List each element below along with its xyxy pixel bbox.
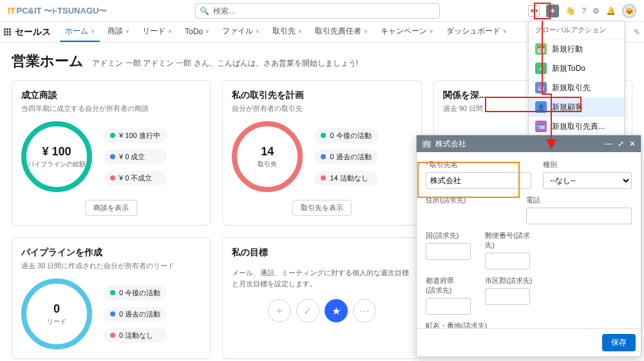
- expand-icon[interactable]: ⤢: [618, 139, 624, 148]
- save-button[interactable]: 保存: [602, 334, 636, 351]
- pill: ¥ 0 成立: [104, 150, 167, 164]
- tab-home[interactable]: ホーム∨: [60, 22, 100, 42]
- brand-it: IT: [8, 6, 15, 15]
- header-actions: ★▾ ＋ 👋 ? ⚙ 🔔 🐱: [528, 4, 636, 18]
- edit-nav-icon[interactable]: ✎: [634, 28, 640, 37]
- ga-new-contact[interactable]: 🪪新規取引先責...: [529, 117, 624, 136]
- tab-leads[interactable]: リード∨: [137, 22, 177, 42]
- global-create-button[interactable]: ＋: [546, 5, 559, 17]
- chevron-down-icon: ∨: [91, 28, 95, 34]
- tab-contacts[interactable]: 取引先責任者∨: [310, 22, 373, 42]
- card-title: 私の目標: [232, 247, 412, 259]
- tab-campaigns[interactable]: キャンペーン∨: [375, 22, 439, 42]
- metric-ring: ¥ 100 パイプラインの総額: [21, 121, 92, 192]
- check-goal-icon[interactable]: ✓: [296, 299, 319, 322]
- app-launcher-icon: [4, 28, 11, 35]
- user-avatar[interactable]: 🐱: [622, 4, 636, 18]
- label-street: 町名・番地(請求先): [426, 321, 533, 328]
- label-account-name: 取引先名: [426, 160, 531, 170]
- calendar-icon: 📅: [535, 43, 547, 55]
- label-postal: 郵便番号(請求先): [485, 231, 533, 250]
- gear-icon[interactable]: ⚙: [592, 6, 600, 15]
- tab-files[interactable]: ファイル∨: [217, 22, 265, 42]
- person-icon: 👤: [535, 101, 547, 113]
- nav-tabs: ホーム∨ 商談∨ リード∨ ToDo∨ ファイル∨ 取引先∨ 取引先責任者∨ キ…: [60, 22, 512, 42]
- view-accounts-button[interactable]: 取引先を表示: [292, 200, 352, 216]
- label-address: 住所(請求先): [426, 195, 515, 205]
- ga-new-event[interactable]: 📅新規行動: [529, 39, 624, 59]
- select-type[interactable]: --なし--: [543, 172, 632, 189]
- goal-icons: ＋ ✓ ★ ⋯: [232, 299, 412, 322]
- global-actions-header: グローバルアクション: [529, 21, 624, 39]
- top-header: IT PC&IT 〜i-TSUNAGU〜 🔍 ★▾ ＋ 👋 ? ⚙ 🔔 🐱: [0, 0, 644, 22]
- view-deals-button[interactable]: 商談を表示: [85, 200, 137, 216]
- input-city[interactable]: [485, 288, 530, 305]
- question-icon[interactable]: ?: [582, 6, 586, 15]
- metric-ring: 14 取引先: [232, 121, 303, 192]
- panel-body: 取引先名 種別 --なし-- 住所(請求先) 電話 国(請求先) 郵便番号(請求…: [417, 152, 641, 328]
- input-pref[interactable]: [426, 298, 471, 315]
- star-goal-icon[interactable]: ★: [325, 299, 348, 322]
- label-country: 国(請求先): [426, 231, 473, 240]
- card-closed-deals: 成立商談 当四半期に成立する自分が所有者の商談 ¥ 100 パイプラインの総額 …: [12, 80, 211, 226]
- pill-list: ¥ 100 進行中 ¥ 0 成立 ¥ 0 不成立: [104, 128, 167, 186]
- card-subtitle: 当四半期に成立する自分が所有者の商談: [21, 104, 201, 113]
- card-title: 私の取引先を計画: [232, 90, 412, 101]
- input-postal[interactable]: [485, 253, 530, 269]
- card-title: パイプラインを作成: [21, 247, 201, 259]
- label-pref: 都道府県 (請求先): [426, 276, 473, 295]
- metric-ring: 0 リード: [21, 278, 92, 349]
- ga-new-account[interactable]: 🗂新規取引先: [529, 78, 624, 97]
- card-icon: 🪪: [535, 121, 547, 132]
- add-goal-icon[interactable]: ＋: [268, 299, 291, 322]
- search-input[interactable]: [213, 6, 435, 15]
- page-subtitle: アドミン 一郎 アドミン 一郎 さん、こんばんは。さあ営業を開始しましょう!: [92, 59, 358, 68]
- global-search[interactable]: 🔍: [195, 3, 440, 19]
- folder-icon: 🗂: [535, 82, 547, 93]
- search-icon: 🔍: [200, 6, 209, 15]
- panel-header[interactable]: 🏢 株式会社 — ⤢ ✕: [417, 135, 641, 152]
- panel-title: 株式会社: [435, 139, 466, 150]
- tab-accounts[interactable]: 取引先∨: [267, 22, 307, 42]
- card-pipeline: パイプラインを作成 過去 30 日間に作成された自分が所有者のリード 0 リード…: [12, 237, 211, 359]
- card-goals: 私の目標 メール、通話、ミーティングに対する個人的な週次目標と月次目標を設定しま…: [222, 237, 421, 359]
- task-icon: ✓: [535, 63, 547, 74]
- input-account-name[interactable]: [426, 172, 531, 189]
- tab-todo[interactable]: ToDo∨: [180, 23, 214, 41]
- page-title: 営業ホーム: [12, 52, 84, 71]
- bell-icon[interactable]: 🔔: [606, 6, 616, 15]
- building-icon: 🏢: [422, 139, 431, 148]
- global-actions-menu: グローバルアクション 📅新規行動 ✓新規ToDo 🗂新規取引先 👤新規顧客 🪪新…: [528, 21, 625, 137]
- app-launcher[interactable]: [4, 28, 11, 35]
- ga-new-todo[interactable]: ✓新規ToDo: [529, 59, 624, 78]
- new-record-panel: 🏢 株式会社 — ⤢ ✕ 取引先名 種別 --なし-- 住所(請求先) 電話 国…: [416, 135, 641, 357]
- more-goal-icon[interactable]: ⋯: [353, 299, 376, 322]
- help-icon[interactable]: 👋: [565, 6, 575, 15]
- ga-new-customer[interactable]: 👤新規顧客: [529, 97, 624, 117]
- tab-opportunities[interactable]: 商談∨: [102, 22, 135, 42]
- label-type: 種別: [543, 160, 632, 170]
- app-name: セールス: [15, 26, 51, 38]
- label-city: 市区郡(請求先): [485, 276, 533, 286]
- brand: IT PC&IT 〜i-TSUNAGU〜: [8, 5, 107, 17]
- input-country[interactable]: [426, 243, 471, 260]
- label-phone: 電話: [526, 195, 632, 205]
- tab-dashboards[interactable]: ダッシュボード∨: [441, 22, 512, 42]
- card-title: 成立商談: [21, 90, 201, 101]
- favorite-button[interactable]: ★▾: [528, 5, 540, 17]
- close-icon[interactable]: ✕: [629, 139, 636, 148]
- input-phone[interactable]: [526, 208, 632, 224]
- pill: ¥ 100 進行中: [104, 128, 167, 143]
- dot-icon: [110, 133, 115, 138]
- brand-rest: PC&IT 〜i-TSUNAGU〜: [17, 5, 108, 17]
- card-accounts-plan: 私の取引先を計画 自分が所有者の取引先 14 取引先 0 今後の活動 0 過去の…: [222, 80, 421, 226]
- minimize-icon[interactable]: —: [605, 139, 612, 148]
- panel-footer: 保存: [417, 328, 641, 356]
- pill: ¥ 0 不成立: [104, 171, 167, 186]
